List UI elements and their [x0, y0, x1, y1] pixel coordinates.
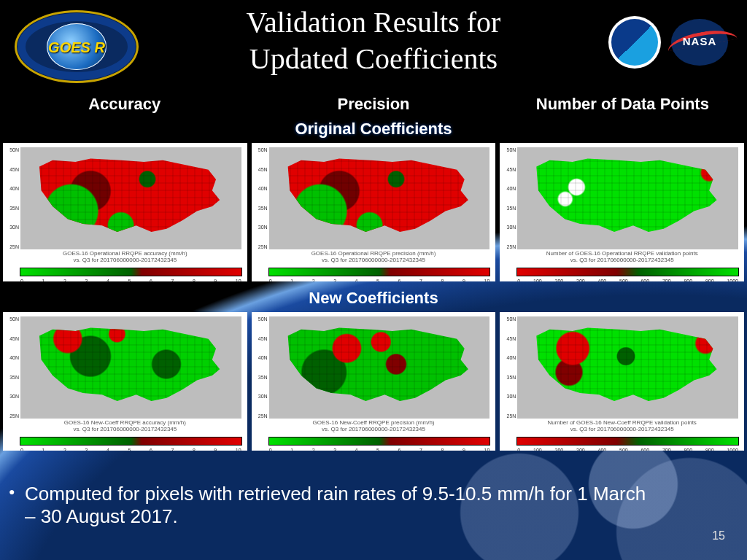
tick-label: 35N — [253, 375, 268, 380]
tick-label: 7 — [419, 279, 422, 281]
tick-label: 4 — [355, 448, 358, 451]
tick-label: 30N — [4, 394, 19, 399]
tick-label: 45N — [4, 167, 19, 172]
tick-label: 5 — [376, 448, 379, 451]
tick-label: 500 — [619, 279, 628, 281]
col-accuracy: Accuracy — [0, 95, 249, 114]
page-number: 15 — [712, 529, 725, 542]
map-orig-ndp: 50N45N40N35N30N25N Number of GOES-16 Ope… — [500, 143, 744, 281]
goesr-logo: GOES R — [15, 10, 139, 83]
tick-label: 45N — [501, 336, 516, 341]
tick-label: 1 — [290, 448, 293, 451]
tick-label: 1000 — [727, 448, 738, 451]
tick-label: 6 — [398, 448, 401, 451]
title-line2: Updated Coefficients — [249, 42, 498, 75]
tick-label: 30N — [501, 394, 516, 399]
tick-label: 50N — [4, 316, 19, 322]
tick-label: 8 — [441, 448, 444, 451]
caption: GOES-16 New-Coeff RRQPE accuracy (mm/h) … — [3, 420, 247, 433]
tick-label: 45N — [253, 336, 268, 341]
map-new-ndp: 50N45N40N35N30N25N Number of GOES-16 New… — [500, 312, 744, 451]
tick-label: 25N — [4, 413, 19, 419]
col-precision: Precision — [249, 95, 498, 114]
tick-label: 3 — [333, 448, 336, 451]
tick-label: 400 — [598, 279, 607, 281]
tick-label: 700 — [662, 448, 671, 451]
nasa-logo-text: NASA — [671, 35, 728, 47]
column-headers: Accuracy Precision Number of Data Points — [0, 95, 747, 114]
tick-label: 7 — [419, 448, 422, 451]
caption: Number of GOES-16 Operational RRQPE vali… — [500, 251, 744, 264]
tick-label: 700 — [662, 279, 671, 281]
tick-label: 200 — [555, 279, 564, 281]
tick-label: 8 — [193, 279, 196, 281]
tick-label: 2 — [63, 448, 66, 451]
tick-label: 2 — [312, 279, 315, 281]
map-orig-precision: 50N45N40N35N30N25N GOES-16 Operational R… — [252, 143, 496, 281]
tick-label: 1 — [290, 279, 293, 281]
tick-label: 2 — [312, 448, 315, 451]
tick-label: 300 — [576, 279, 585, 281]
tick-label: 40N — [4, 186, 19, 191]
tick-label: 900 — [705, 448, 714, 451]
tick-label: 35N — [4, 206, 19, 211]
slide: GOES R NASA Validation Results for Updat… — [0, 0, 747, 560]
tick-label: 600 — [640, 448, 649, 451]
tick-label: 35N — [501, 206, 516, 211]
tick-label: 40N — [253, 186, 268, 191]
tick-label: 40N — [501, 355, 516, 360]
tick-label: 5 — [128, 279, 131, 281]
tick-label: 100 — [533, 279, 542, 281]
caption: GOES-16 Operational RRQPE accuracy (mm/h… — [3, 251, 247, 264]
tick-label: 30N — [4, 225, 19, 230]
tick-label: 300 — [576, 448, 585, 451]
tick-label: 8 — [441, 279, 444, 281]
tick-label: 1 — [42, 448, 44, 451]
tick-label: 25N — [501, 244, 516, 249]
tick-label: 35N — [253, 206, 268, 211]
tick-label: 1000 — [727, 279, 738, 281]
tick-label: 6 — [150, 448, 152, 451]
tick-label: 4 — [107, 279, 109, 281]
tick-label: 10 — [484, 279, 490, 281]
tick-label: 50N — [253, 147, 268, 152]
title-line1: Validation Results for — [247, 6, 501, 39]
tick-label: 8 — [193, 448, 196, 451]
nasa-logo: NASA — [671, 19, 728, 66]
tick-label: 3 — [85, 279, 88, 281]
tick-label: 900 — [705, 279, 714, 281]
col-ndp: Number of Data Points — [498, 95, 747, 114]
tick-label: 45N — [253, 167, 268, 172]
row-header-new: New Coefficients — [0, 289, 747, 308]
tick-label: 25N — [501, 413, 516, 419]
caption: Number of GOES-16 New-Coeff RRQPE valida… — [500, 420, 744, 433]
map-orig-accuracy: 50N45N40N35N30N25N GOES-16 Operational R… — [3, 143, 247, 281]
tick-label: 3 — [333, 279, 336, 281]
tick-label: 0 — [517, 448, 520, 451]
caption: GOES-16 New-Coeff RRQPE precision (mm/h)… — [252, 420, 496, 433]
tick-label: 50N — [253, 316, 268, 322]
tick-label: 0 — [517, 279, 520, 281]
tick-label: 800 — [684, 448, 692, 451]
tick-label: 7 — [171, 448, 174, 451]
tick-label: 45N — [4, 336, 19, 341]
row-header-original: Original Coefficients — [0, 120, 747, 139]
tick-label: 50N — [501, 147, 516, 152]
tick-label: 30N — [501, 225, 516, 230]
tick-label: 7 — [171, 279, 174, 281]
tick-label: 50N — [501, 316, 516, 322]
tick-label: 5 — [376, 279, 379, 281]
tick-label: 9 — [462, 448, 465, 451]
caption: GOES-16 Operational RRQPE precision (mm/… — [252, 251, 496, 264]
tick-label: 2 — [63, 279, 66, 281]
tick-label: 1 — [42, 279, 44, 281]
tick-label: 25N — [4, 244, 19, 249]
tick-label: 600 — [640, 279, 649, 281]
tick-label: 6 — [150, 279, 152, 281]
tick-label: 40N — [501, 186, 516, 191]
tick-label: 0 — [20, 448, 23, 451]
tick-label: 4 — [107, 448, 109, 451]
tick-label: 400 — [598, 448, 607, 451]
tick-label: 800 — [684, 279, 692, 281]
bullet-note: Computed for pixels with retrieved rain … — [25, 483, 659, 528]
